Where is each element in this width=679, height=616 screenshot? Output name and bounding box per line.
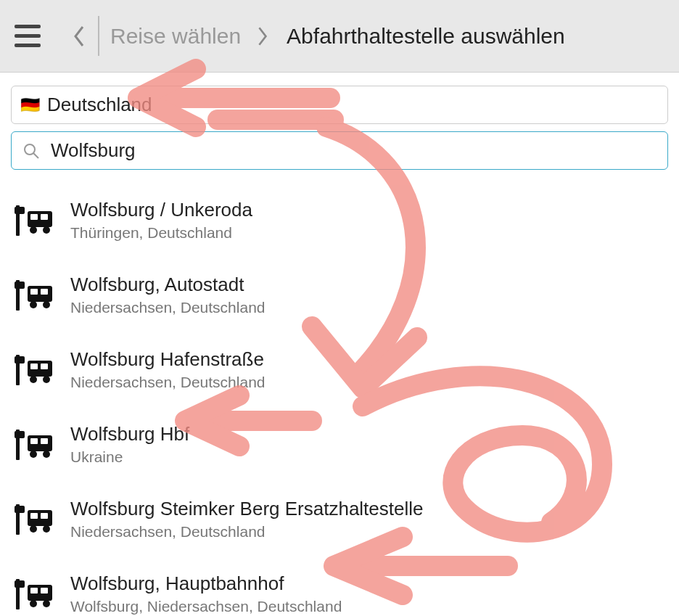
svg-rect-5 <box>30 214 38 220</box>
svg-rect-13 <box>41 289 48 295</box>
svg-rect-10 <box>15 282 25 289</box>
svg-rect-40 <box>30 588 38 594</box>
svg-point-42 <box>30 600 37 607</box>
bus-stop-icon <box>15 430 52 460</box>
header-bar: Reise wählen Abfahrthaltestelle auswähle… <box>0 0 679 73</box>
breadcrumb-previous[interactable]: Reise wählen <box>110 24 241 49</box>
result-subtitle: Thüringen, Deutschland <box>70 224 252 242</box>
svg-rect-20 <box>41 364 48 369</box>
divider <box>98 16 99 56</box>
svg-rect-6 <box>41 214 48 220</box>
result-title: Wolfsburg Hafenstraße <box>70 348 266 371</box>
result-item[interactable]: Wolfsburg, Autostadt Niedersachsen, Deut… <box>11 258 668 332</box>
search-input[interactable] <box>51 139 657 162</box>
result-item[interactable]: Wolfsburg, Hauptbahnhof Wolfsburg, Niede… <box>11 557 668 616</box>
svg-point-29 <box>43 451 50 458</box>
result-item[interactable]: Wolfsburg / Unkeroda Thüringen, Deutschl… <box>11 183 668 258</box>
result-item[interactable]: Wolfsburg Steimker Berg Ersatzhaltestell… <box>11 482 668 557</box>
result-subtitle: Wolfsburg, Niedersachsen, Deutschland <box>70 598 342 615</box>
svg-point-36 <box>43 525 50 533</box>
flag-icon: 🇩🇪 <box>20 96 40 115</box>
svg-point-21 <box>30 376 37 383</box>
svg-rect-41 <box>41 588 48 594</box>
result-subtitle: Niedersachsen, Deutschland <box>70 299 266 316</box>
bus-stop-icon <box>15 280 52 311</box>
result-title: Wolfsburg Steimker Berg Ersatzhaltestell… <box>70 498 424 520</box>
menu-icon[interactable] <box>15 22 44 51</box>
result-title: Wolfsburg Hbf <box>70 423 189 445</box>
result-subtitle: Niedersachsen, Deutschland <box>70 374 266 391</box>
svg-rect-17 <box>15 356 25 364</box>
result-item[interactable]: Wolfsburg Hafenstraße Niedersachsen, Deu… <box>11 332 668 407</box>
result-subtitle: Ukraine <box>70 448 189 466</box>
svg-point-8 <box>43 226 50 234</box>
results-list: Wolfsburg / Unkeroda Thüringen, Deutschl… <box>0 183 679 616</box>
svg-rect-26 <box>30 438 38 444</box>
country-label: Deutschland <box>47 94 152 116</box>
svg-rect-34 <box>41 513 48 519</box>
svg-line-1 <box>33 153 38 158</box>
svg-rect-3 <box>15 207 25 214</box>
breadcrumb-current: Abfahrthaltestelle auswählen <box>287 24 565 49</box>
svg-point-0 <box>25 144 35 155</box>
svg-rect-38 <box>15 580 25 588</box>
svg-rect-19 <box>30 364 38 369</box>
result-title: Wolfsburg, Hauptbahnhof <box>70 572 342 595</box>
svg-point-35 <box>30 525 37 533</box>
search-icon <box>22 142 40 160</box>
svg-point-7 <box>30 226 37 234</box>
svg-point-43 <box>43 600 50 607</box>
svg-point-22 <box>43 376 50 383</box>
svg-point-14 <box>30 301 37 308</box>
svg-rect-12 <box>30 289 38 295</box>
back-button[interactable] <box>73 25 87 47</box>
result-title: Wolfsburg, Autostadt <box>70 274 266 296</box>
svg-rect-31 <box>15 506 25 513</box>
bus-stop-icon <box>15 504 52 535</box>
bus-stop-icon <box>15 579 52 609</box>
svg-rect-24 <box>15 431 25 438</box>
svg-rect-33 <box>30 513 38 519</box>
result-item[interactable]: Wolfsburg Hbf Ukraine <box>11 407 668 482</box>
search-box[interactable] <box>11 131 668 170</box>
svg-rect-27 <box>41 438 48 444</box>
result-subtitle: Niedersachsen, Deutschland <box>70 523 424 541</box>
svg-point-15 <box>43 301 50 308</box>
svg-point-28 <box>30 451 37 458</box>
country-selector[interactable]: 🇩🇪 Deutschland <box>11 86 668 124</box>
bus-stop-icon <box>15 205 52 236</box>
result-title: Wolfsburg / Unkeroda <box>70 199 252 221</box>
bus-stop-icon <box>15 355 52 385</box>
chevron-right-icon <box>255 26 268 46</box>
